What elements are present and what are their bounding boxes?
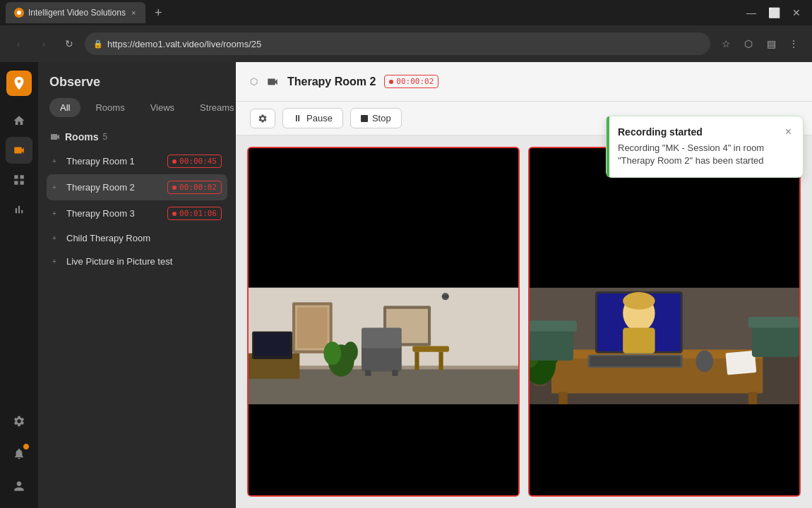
tab-bar: Intelligent Video Solutions × + — ⬜ ✕ xyxy=(0,0,812,25)
room-name: Therapy Room 3 xyxy=(66,208,163,219)
active-tab[interactable]: Intelligent Video Solutions × xyxy=(6,2,145,23)
room-item-therapy3[interactable]: + Therapy Room 3 00:01:06 xyxy=(47,200,227,226)
back-button[interactable]: ‹ xyxy=(8,34,28,54)
svg-point-0 xyxy=(17,11,21,15)
tab-favicon xyxy=(14,8,24,18)
toast-body: Recording "MK - Session 4" in room "Ther… xyxy=(618,142,792,167)
main-header: ⬡ Therapy Room 2 00:00:02 xyxy=(236,62,812,102)
filter-tab-all[interactable]: All xyxy=(49,98,80,117)
room-scene-left xyxy=(249,277,518,416)
main-recording-time: 00:00:02 xyxy=(396,77,434,86)
room-name: Therapy Room 1 xyxy=(66,156,163,167)
svg-rect-44 xyxy=(725,351,756,375)
svg-rect-38 xyxy=(623,328,655,353)
recording-time: 00:00:45 xyxy=(179,157,217,166)
svg-rect-31 xyxy=(559,392,567,404)
recording-badge: 00:01:06 xyxy=(167,207,222,220)
svg-rect-12 xyxy=(365,370,371,375)
main-content: ⬡ Therapy Room 2 00:00:02 ⏸ Pause Stop xyxy=(236,62,812,508)
bookmark-button[interactable]: ☆ xyxy=(716,34,736,54)
security-icon: 🔒 xyxy=(93,40,103,49)
video-cell-right xyxy=(528,147,801,497)
expand-icon: + xyxy=(52,258,62,265)
camera-icon xyxy=(266,75,279,88)
toast-close-button[interactable]: × xyxy=(785,126,792,138)
room-name: Live Picture in Picture test xyxy=(66,256,222,267)
pause-icon: ⏸ xyxy=(293,113,302,123)
minimize-button[interactable]: — xyxy=(741,3,761,23)
svg-rect-52 xyxy=(748,317,799,327)
sidebar-settings-button[interactable] xyxy=(6,408,32,435)
svg-rect-13 xyxy=(392,370,398,375)
sidebar-notifications-button[interactable] xyxy=(6,440,32,467)
room-item-child-therapy[interactable]: + Child Therapy Room xyxy=(47,226,227,250)
stop-icon xyxy=(361,115,368,122)
svg-rect-15 xyxy=(414,352,419,370)
sidebar-grid-button[interactable] xyxy=(6,167,32,193)
recording-dot xyxy=(172,159,177,164)
room-item-pip-test[interactable]: + Live Picture in Picture test xyxy=(47,250,227,273)
app-layout: Observe All Rooms Views Streams Rooms 5 … xyxy=(0,62,812,508)
filter-tab-views[interactable]: Views xyxy=(140,98,185,117)
toast-header: Recording started × xyxy=(618,126,792,138)
main-room-title: Therapy Room 2 xyxy=(287,75,376,88)
extensions-button[interactable]: ⬡ xyxy=(739,34,758,54)
svg-rect-14 xyxy=(412,346,449,351)
recording-time: 00:00:02 xyxy=(179,183,217,192)
close-button[interactable]: ✕ xyxy=(787,3,806,23)
svg-rect-25 xyxy=(443,295,448,298)
rooms-count: 5 xyxy=(102,132,107,142)
sidebar-user-button[interactable] xyxy=(6,473,32,500)
profile-button[interactable]: ▤ xyxy=(761,34,781,54)
filter-tab-rooms[interactable]: Rooms xyxy=(85,98,135,117)
expand-icon: + xyxy=(52,234,62,242)
svg-rect-16 xyxy=(438,352,443,370)
sidebar-camera-button[interactable] xyxy=(6,137,32,164)
address-bar[interactable]: 🔒 https://demo1.valt.video/live/rooms/25 xyxy=(85,32,710,55)
svg-rect-41 xyxy=(590,356,681,366)
room-name: Therapy Room 2 xyxy=(66,182,163,193)
forward-button[interactable]: › xyxy=(34,34,54,54)
restore-button[interactable]: ⬜ xyxy=(764,3,784,23)
rooms-title: Rooms xyxy=(65,131,98,143)
settings-button[interactable] xyxy=(250,109,275,128)
svg-point-20 xyxy=(343,341,358,362)
svg-rect-43 xyxy=(700,353,710,359)
room-item-therapy1[interactable]: + Therapy Room 1 00:00:45 xyxy=(47,148,227,174)
menu-button[interactable]: ⋮ xyxy=(784,34,804,54)
sidebar-bottom xyxy=(6,408,32,500)
refresh-button[interactable]: ↻ xyxy=(59,34,79,54)
tab-close-button[interactable]: × xyxy=(130,7,137,18)
recording-dot xyxy=(172,212,177,216)
expand-icon: + xyxy=(52,210,62,217)
pause-button[interactable]: ⏸ Pause xyxy=(282,108,343,128)
svg-rect-7 xyxy=(297,308,327,349)
url-text: https://demo1.valt.video/live/rooms/25 xyxy=(107,39,702,49)
rooms-header: Rooms 5 xyxy=(47,126,227,148)
app-logo xyxy=(6,71,32,96)
new-tab-button[interactable]: + xyxy=(148,3,168,23)
stop-label: Stop xyxy=(372,113,391,123)
recording-time: 00:01:06 xyxy=(179,209,217,218)
browser-chrome: Intelligent Video Solutions × + — ⬜ ✕ ‹ … xyxy=(0,0,812,62)
rooms-section: Rooms 5 + Therapy Room 1 00:00:45 + Ther… xyxy=(38,126,236,508)
stop-button[interactable]: Stop xyxy=(350,108,402,128)
toast-title: Recording started xyxy=(618,126,703,138)
svg-rect-51 xyxy=(752,324,799,356)
room-scene-right xyxy=(530,277,799,416)
main-recording-badge: 00:00:02 xyxy=(384,75,438,88)
sidebar-analytics-button[interactable] xyxy=(6,196,32,223)
pause-label: Pause xyxy=(306,113,333,123)
video-grid xyxy=(236,135,812,508)
svg-point-39 xyxy=(623,292,655,310)
svg-rect-11 xyxy=(362,328,402,349)
svg-point-19 xyxy=(323,341,341,365)
recording-badge: 00:00:45 xyxy=(167,155,222,168)
tab-label: Intelligent Video Solutions xyxy=(28,8,126,18)
recording-badge: 00:00:02 xyxy=(167,181,222,194)
room-id-icon: ⬡ xyxy=(250,76,258,87)
main-recording-dot xyxy=(389,80,393,84)
sidebar-home-button[interactable] xyxy=(6,107,32,134)
svg-rect-50 xyxy=(530,320,577,331)
room-item-therapy2[interactable]: + Therapy Room 2 00:00:02 xyxy=(47,174,227,200)
